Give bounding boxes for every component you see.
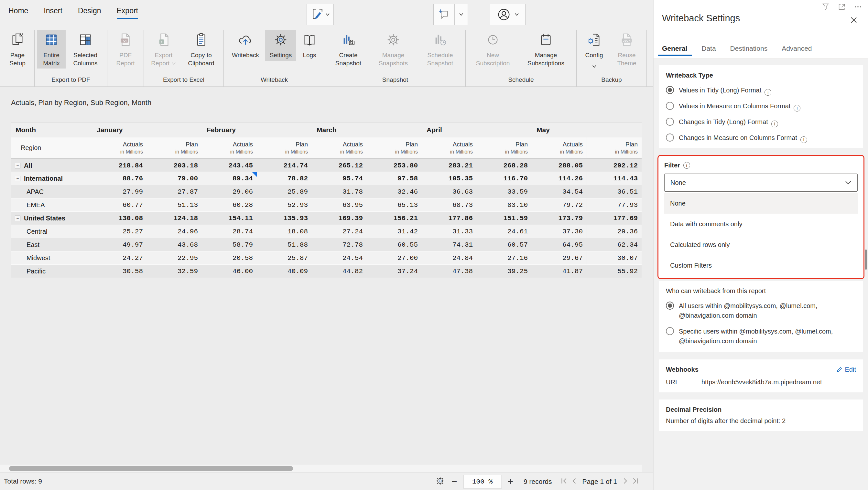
info-icon[interactable]: i xyxy=(794,105,800,111)
matrix-cell[interactable]: 52.93 xyxy=(257,198,312,212)
matrix-cell[interactable]: 44.82 xyxy=(312,265,367,278)
matrix-cell[interactable]: 25.89 xyxy=(257,185,312,198)
matrix-cell[interactable]: 64.95 xyxy=(532,238,587,252)
filter-funnel-icon[interactable] xyxy=(822,3,830,12)
scrollbar-thumb[interactable] xyxy=(9,466,293,471)
matrix-cell[interactable]: 20.58 xyxy=(202,252,257,265)
matrix-cell[interactable]: 124.18 xyxy=(147,212,202,225)
matrix-cell[interactable]: 47.38 xyxy=(422,265,477,278)
matrix-cell[interactable]: 37.30 xyxy=(532,225,587,238)
matrix-cell[interactable]: 22.95 xyxy=(147,252,202,265)
writeback-button[interactable]: Writeback xyxy=(226,30,265,61)
matrix-cell[interactable]: 60.57 xyxy=(477,238,532,252)
entire-matrix-button[interactable]: EntireMatrix xyxy=(37,30,66,68)
row-label-cell[interactable]: Central xyxy=(11,225,92,238)
filter-option-none[interactable]: None xyxy=(664,193,858,214)
measure-header-actuals[interactable]: Actualsin Millions xyxy=(202,137,257,159)
row-label-cell[interactable]: Midwest xyxy=(11,252,92,265)
edit-mode-button[interactable] xyxy=(307,4,334,25)
writeback-type-option[interactable]: Values in Measure on Columns Formati xyxy=(666,101,856,111)
matrix-cell[interactable]: 177.69 xyxy=(587,212,642,225)
matrix-cell[interactable]: 49.97 xyxy=(92,238,147,252)
matrix-cell[interactable]: 79.72 xyxy=(532,198,587,212)
matrix-cell[interactable]: 105.35 xyxy=(422,172,477,185)
matrix-cell[interactable]: 46.00 xyxy=(202,265,257,278)
matrix-cell[interactable]: 177.86 xyxy=(422,212,477,225)
matrix-cell[interactable]: 169.39 xyxy=(312,212,367,225)
tab-destinations[interactable]: Destinations xyxy=(730,44,768,56)
matrix-cell[interactable]: 36.63 xyxy=(422,185,477,198)
matrix-cell[interactable]: 31.42 xyxy=(367,225,422,238)
create-snapshot-button[interactable]: CreateSnapshot xyxy=(328,30,369,68)
manage-subscriptions-button[interactable]: ManageSubscriptions xyxy=(518,30,574,68)
region-row-header[interactable]: Region xyxy=(11,137,92,159)
matrix-cell[interactable]: 116.70 xyxy=(477,172,532,185)
matrix-cell[interactable]: 41.87 xyxy=(532,265,587,278)
measure-header-actuals[interactable]: Actualsin Millions xyxy=(532,137,587,159)
matrix-cell[interactable]: 114.26 xyxy=(532,172,587,185)
row-label-cell[interactable]: Pacific xyxy=(11,265,92,278)
matrix-cell[interactable]: 18.08 xyxy=(257,225,312,238)
webhooks-edit-link[interactable]: Edit xyxy=(836,366,856,373)
collapse-toggle-icon[interactable]: − xyxy=(15,163,20,168)
radio-button[interactable] xyxy=(666,118,674,126)
matrix-cell[interactable]: 214.74 xyxy=(257,159,312,172)
matrix-cell[interactable]: 24.54 xyxy=(312,252,367,265)
info-icon[interactable]: i xyxy=(771,121,778,127)
matrix-cell[interactable]: 218.84 xyxy=(92,159,147,172)
writeback-type-option[interactable]: Changes in Measure on Columns Formati xyxy=(666,133,856,142)
matrix-cell[interactable]: 29.06 xyxy=(202,185,257,198)
comment-marker[interactable] xyxy=(252,172,257,177)
matrix-cell[interactable]: 24.84 xyxy=(422,252,477,265)
matrix-cell[interactable]: 72.78 xyxy=(312,238,367,252)
next-page-button[interactable] xyxy=(622,478,629,486)
filter-option-data-with-comments-only[interactable]: Data with comments only xyxy=(664,214,858,234)
logs-button[interactable]: Logs xyxy=(297,30,322,61)
panel-scrollbar-thumb[interactable] xyxy=(865,250,867,269)
matrix-cell[interactable]: 55.92 xyxy=(587,265,642,278)
measure-header-plan[interactable]: Planin Millions xyxy=(147,137,202,159)
writeback-type-option[interactable]: Values in Tidy (Long) Formati xyxy=(666,85,856,95)
matrix-cell[interactable]: 292.12 xyxy=(587,159,642,172)
matrix-cell[interactable]: 37.24 xyxy=(367,265,422,278)
info-icon[interactable]: i xyxy=(765,89,771,96)
add-comment-button[interactable] xyxy=(433,4,455,25)
who-can-writeback-option[interactable]: Specific users within @mobilitysys.com, … xyxy=(666,326,856,346)
matrix-cell[interactable]: 51.13 xyxy=(147,198,202,212)
row-label-cell[interactable]: −International xyxy=(11,172,92,185)
matrix-cell[interactable]: 173.79 xyxy=(532,212,587,225)
month-header-april[interactable]: April xyxy=(422,123,532,137)
row-label-cell[interactable]: East xyxy=(11,238,92,252)
matrix-cell[interactable]: 74.31 xyxy=(422,238,477,252)
matrix-cell[interactable]: 27.24 xyxy=(312,225,367,238)
tab-advanced[interactable]: Advanced xyxy=(782,44,812,56)
radio-button-selected[interactable] xyxy=(666,86,674,94)
matrix-cell[interactable]: 27.00 xyxy=(367,252,422,265)
settings-button[interactable]: Settings xyxy=(265,30,296,61)
matrix-cell[interactable]: 288.05 xyxy=(532,159,587,172)
matrix-cell[interactable]: 32.59 xyxy=(147,265,202,278)
month-header-january[interactable]: January xyxy=(92,123,202,137)
zoom-level-input[interactable]: 100 % xyxy=(463,475,502,488)
collapse-toggle-icon[interactable]: − xyxy=(15,176,20,181)
measure-header-actuals[interactable]: Actualsin Millions xyxy=(422,137,477,159)
zoom-out-button[interactable]: − xyxy=(451,477,458,486)
matrix-cell[interactable]: 60.55 xyxy=(367,238,422,252)
matrix-cell[interactable]: 27.16 xyxy=(477,252,532,265)
ribbon-tab-insert[interactable]: Insert xyxy=(44,6,62,19)
matrix-cell[interactable]: 268.28 xyxy=(477,159,532,172)
matrix-cell[interactable]: 58.79 xyxy=(202,238,257,252)
matrix-cell[interactable]: 60.28 xyxy=(202,198,257,212)
filter-option-custom-filters[interactable]: Custom Filters xyxy=(664,255,858,276)
matrix-cell[interactable]: 95.74 xyxy=(312,172,367,185)
config-button[interactable]: Config xyxy=(579,30,609,71)
matrix-cell[interactable]: 24.96 xyxy=(147,225,202,238)
matrix-cell[interactable]: 28.74 xyxy=(202,225,257,238)
info-icon[interactable]: i xyxy=(800,136,807,143)
matrix-cell[interactable]: 27.99 xyxy=(92,185,147,198)
radio-button-selected[interactable] xyxy=(666,301,674,309)
matrix-cell[interactable]: 130.08 xyxy=(92,212,147,225)
matrix-cell[interactable]: 33.59 xyxy=(477,185,532,198)
month-header-may[interactable]: May xyxy=(532,123,642,137)
close-icon[interactable] xyxy=(849,15,858,26)
